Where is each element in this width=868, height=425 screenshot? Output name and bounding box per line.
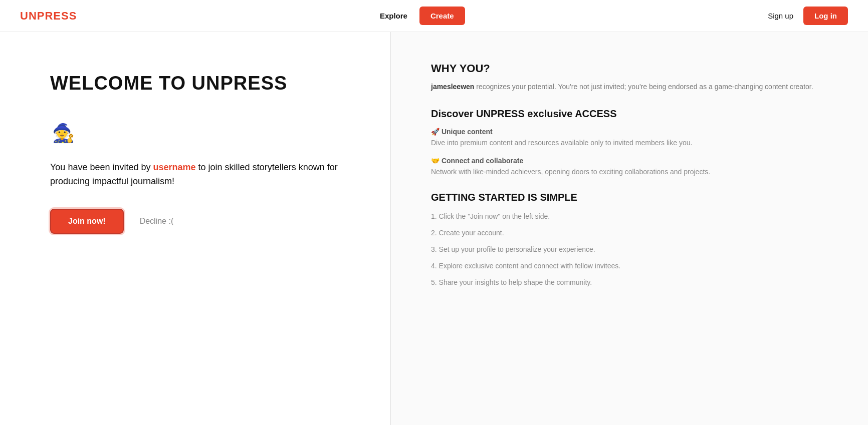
header: UNPRESS Explore Create Sign up Log in	[0, 0, 868, 32]
left-panel: WELCOME TO UNPRESS 🧙 You have been invit…	[0, 32, 391, 425]
avatar-icon: 🧙	[50, 120, 76, 146]
feature-item-1: 🚀 Unique content Dive into premium conte…	[431, 128, 828, 149]
header-right: Sign up Log in	[768, 7, 848, 25]
discover-section: Discover UNPRESS exclusive ACCESS 🚀 Uniq…	[431, 108, 828, 177]
why-section: WHY YOU? jamesleewen recognizes your pot…	[431, 62, 828, 92]
feature-1-desc: Dive into premium content and resources …	[431, 138, 828, 149]
header-center: Explore Create	[380, 7, 465, 25]
right-panel: WHY YOU? jamesleewen recognizes your pot…	[391, 32, 868, 425]
explore-link[interactable]: Explore	[380, 12, 407, 20]
why-desc-rest: recognizes your potential. You're not ju…	[474, 83, 813, 91]
action-row: Join now! Decline :(	[50, 209, 350, 234]
feature-2-emoji: 🤝	[431, 157, 440, 165]
username-highlight: username	[153, 162, 198, 172]
getting-started-section: GETTING STARTED IS SIMPLE 1. Click the "…	[431, 192, 828, 288]
login-button[interactable]: Log in	[803, 7, 848, 25]
feature-2-label: Connect and collaborate	[442, 157, 523, 165]
getting-started-title: GETTING STARTED IS SIMPLE	[431, 192, 828, 203]
feature-item-2: 🤝 Connect and collaborate Network with l…	[431, 157, 828, 178]
why-desc: jamesleewen recognizes your potential. Y…	[431, 81, 828, 92]
feature-1-heading: 🚀 Unique content	[431, 128, 828, 136]
feature-2-desc: Network with like-minded achievers, open…	[431, 167, 828, 178]
feature-1-label: Unique content	[442, 128, 493, 136]
join-now-button[interactable]: Join now!	[50, 209, 124, 234]
step-1: 1. Click the "Join now" on the left side…	[431, 211, 828, 222]
logo: UNPRESS	[20, 10, 77, 23]
step-2: 2. Create your account.	[431, 228, 828, 238]
invitation-text-before: You have been invited by	[50, 162, 151, 172]
step-4: 4. Explore exclusive content and connect…	[431, 261, 828, 271]
main-content: WELCOME TO UNPRESS 🧙 You have been invit…	[0, 32, 868, 425]
feature-1-emoji: 🚀	[431, 128, 440, 136]
avatar-area: 🧙	[50, 120, 350, 146]
invitation-text: You have been invited by username to joi…	[50, 160, 350, 189]
step-3: 3. Set up your profile to personalize yo…	[431, 244, 828, 255]
feature-2-heading: 🤝 Connect and collaborate	[431, 157, 828, 165]
welcome-title: WELCOME TO UNPRESS	[50, 72, 350, 95]
why-username: jamesleewen	[431, 83, 474, 91]
signup-link[interactable]: Sign up	[768, 12, 793, 20]
create-button[interactable]: Create	[419, 7, 465, 25]
why-title: WHY YOU?	[431, 62, 828, 75]
discover-title: Discover UNPRESS exclusive ACCESS	[431, 108, 828, 120]
step-5: 5. Share your insights to help shape the…	[431, 277, 828, 288]
decline-button[interactable]: Decline :(	[140, 217, 174, 226]
